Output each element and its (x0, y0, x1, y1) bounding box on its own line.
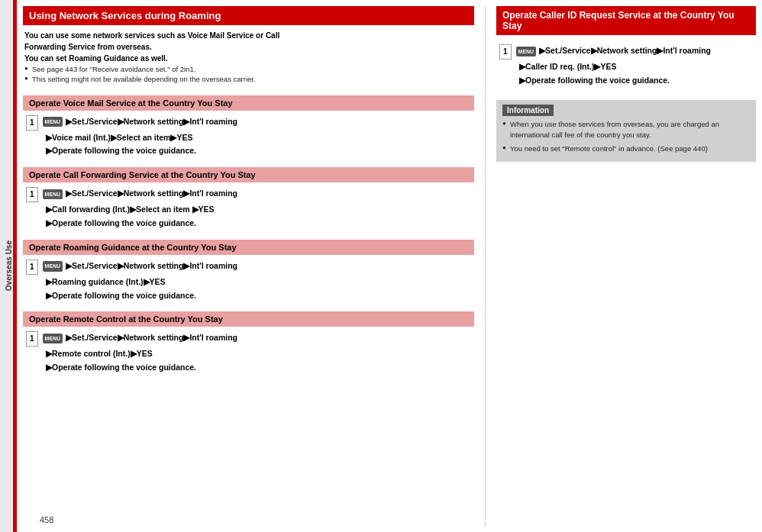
right-step-num: 1 (499, 44, 512, 60)
left-column: Using Network Services during Roaming Yo… (23, 6, 474, 526)
page-number: 458 (40, 515, 53, 524)
step-num-1: 1 (26, 115, 38, 131)
menu-icon-4: MENU (43, 334, 63, 343)
section-3-step: 1 MENU ▶Set./Service▶Network setting▶Int… (23, 258, 474, 306)
info-box: Information When you use those services … (496, 100, 756, 163)
section-2-line-2: ▶Operate following the voice guidance. (26, 217, 471, 230)
section-2-step: 1 MENU ▶Set./Service▶Network setting▶Int… (23, 185, 474, 234)
intro-line2: Forwarding Service from overseas. (24, 41, 473, 53)
main-content: Using Network Services during Roaming Yo… (17, 0, 762, 532)
menu-icon-right: MENU (516, 47, 537, 56)
section-1-line-0: 1 MENU ▶Set./Service▶Network setting▶Int… (26, 115, 471, 131)
intro-line3: You can set Roaming Guidance as well. (24, 53, 473, 64)
info-header: Information (502, 105, 554, 116)
section-header-3: Operate Roaming Guidance at the Country … (23, 240, 474, 255)
section-4-line-0: 1 MENU ▶Set./Service▶Network setting▶Int… (26, 331, 471, 347)
section-header-4: Operate Remote Control at the Country Yo… (23, 311, 474, 327)
menu-icon-2: MENU (43, 189, 63, 199)
section-1-step: 1 MENU ▶Set./Service▶Network setting▶Int… (23, 114, 474, 162)
step-num-3: 1 (26, 260, 38, 275)
column-divider (485, 6, 486, 526)
info-bullet-1: When you use those services from oversea… (502, 119, 750, 141)
right-step-line-0: 1 MENU ▶Set./Service▶Network setting▶Int… (499, 44, 753, 60)
section-2-line-1: ▶Call forwarding (Int.)▶Select an item ▶… (26, 203, 471, 216)
menu-icon-1: MENU (43, 117, 63, 127)
right-column: Operate Caller ID Request Service at the… (496, 6, 756, 526)
section-header-1: Operate Voice Mail Service at the Countr… (23, 95, 474, 111)
section-1-line-2: ▶Operate following the voice guidance. (26, 144, 471, 157)
step-num-4: 1 (26, 331, 38, 347)
page-wrapper: Using Network Services during Roaming Yo… (17, 0, 762, 532)
intro-bullet2: This setting might not be available depe… (24, 74, 473, 84)
section-1-line-1: ▶Voice mail (Int.)▶Select an item▶YES (26, 131, 471, 144)
right-step-line-2: ▶Operate following the voice guidance. (499, 74, 753, 87)
right-step: 1 MENU ▶Set./Service▶Network setting▶Int… (496, 41, 756, 91)
intro-text: You can use some network services such a… (23, 30, 474, 85)
section-header-2: Operate Call Forwarding Service at the C… (23, 167, 474, 182)
info-bullet-2: You need to set "Remote control" in adva… (502, 143, 750, 154)
section-4-step: 1 MENU ▶Set./Service▶Network setting▶Int… (23, 330, 474, 378)
intro-bullet1: See page 443 for "Receive avoidance set.… (24, 64, 473, 74)
right-header: Operate Caller ID Request Service at the… (496, 6, 756, 35)
sidebar: Overseas Use (0, 0, 17, 532)
right-step-line-1: ▶Caller ID req. (Int.)▶YES (499, 60, 753, 73)
step-num-2: 1 (26, 187, 38, 202)
section-2-line-0: 1 MENU ▶Set./Service▶Network setting▶Int… (26, 187, 471, 202)
sidebar-label: Overseas Use (5, 240, 13, 291)
left-header: Using Network Services during Roaming (23, 6, 474, 25)
section-3-line-1: ▶Roaming guidance (Int.)▶YES (26, 276, 471, 289)
section-4-line-1: ▶Remote control (Int.)▶YES (26, 347, 471, 360)
intro-line1: You can use some network services such a… (24, 30, 473, 41)
menu-icon-3: MENU (43, 261, 63, 271)
section-3-line-0: 1 MENU ▶Set./Service▶Network setting▶Int… (26, 260, 471, 275)
section-3-line-2: ▶Operate following the voice guidance. (26, 289, 471, 302)
section-4-line-2: ▶Operate following the voice guidance. (26, 361, 471, 374)
